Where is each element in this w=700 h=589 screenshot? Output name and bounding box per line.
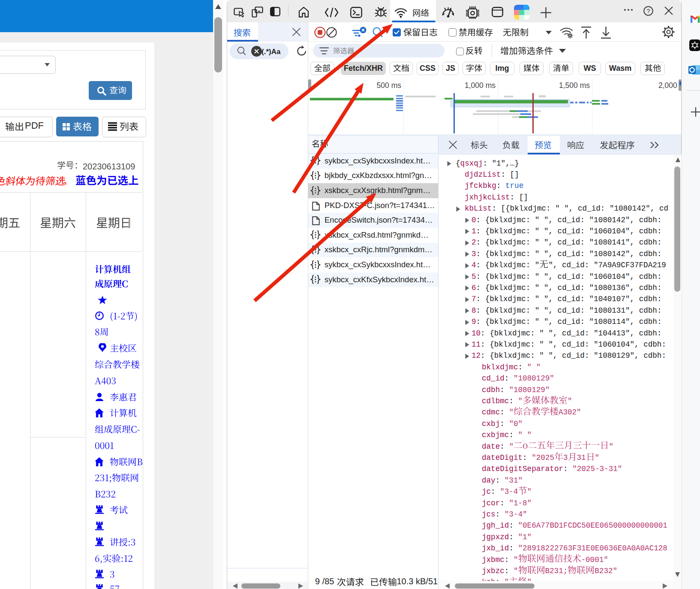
svg-text:?: ?: [647, 8, 650, 15]
